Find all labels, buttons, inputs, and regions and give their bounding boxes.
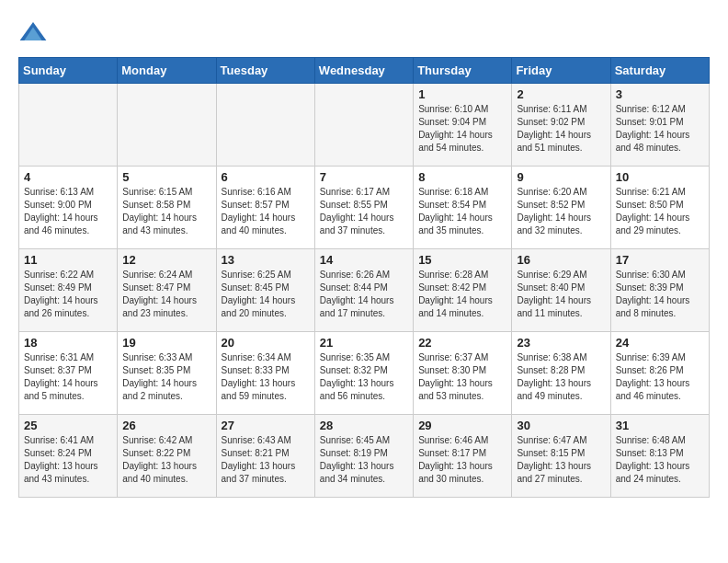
day-number: 20 <box>222 336 310 350</box>
calendar-table: SundayMondayTuesdayWednesdayThursdayFrid… <box>18 57 710 498</box>
day-number: 23 <box>517 336 605 350</box>
day-number: 15 <box>418 253 506 267</box>
day-number: 6 <box>222 170 310 184</box>
header-wednesday: Wednesday <box>314 58 413 84</box>
calendar-cell <box>216 84 314 167</box>
day-number: 31 <box>616 419 704 432</box>
day-info: Sunrise: 6:35 AM Sunset: 8:32 PM Dayligh… <box>320 351 408 403</box>
header-sunday: Sunday <box>19 58 118 84</box>
calendar-cell <box>19 84 118 167</box>
calendar-cell: 10Sunrise: 6:21 AM Sunset: 8:50 PM Dayli… <box>610 167 709 249</box>
day-number: 27 <box>222 419 310 432</box>
calendar-week-row: 25Sunrise: 6:41 AM Sunset: 8:24 PM Dayli… <box>19 415 710 498</box>
day-info: Sunrise: 6:26 AM Sunset: 8:44 PM Dayligh… <box>320 269 408 320</box>
day-number: 30 <box>517 419 605 432</box>
day-info: Sunrise: 6:34 AM Sunset: 8:33 PM Dayligh… <box>222 351 310 403</box>
calendar-cell: 30Sunrise: 6:47 AM Sunset: 8:15 PM Dayli… <box>512 415 610 498</box>
calendar-cell: 29Sunrise: 6:46 AM Sunset: 8:17 PM Dayli… <box>414 415 512 498</box>
day-info: Sunrise: 6:24 AM Sunset: 8:47 PM Dayligh… <box>122 269 210 320</box>
day-number: 21 <box>320 336 408 350</box>
calendar-cell: 14Sunrise: 6:26 AM Sunset: 8:44 PM Dayli… <box>314 249 413 332</box>
calendar-cell: 15Sunrise: 6:28 AM Sunset: 8:42 PM Dayli… <box>414 249 512 332</box>
calendar-cell <box>314 84 413 167</box>
calendar-cell: 28Sunrise: 6:45 AM Sunset: 8:19 PM Dayli… <box>314 415 413 498</box>
calendar-cell <box>118 84 216 167</box>
day-number: 2 <box>517 87 605 101</box>
day-info: Sunrise: 6:42 AM Sunset: 8:22 PM Dayligh… <box>122 434 210 486</box>
day-info: Sunrise: 6:29 AM Sunset: 8:40 PM Dayligh… <box>517 269 605 320</box>
day-number: 12 <box>122 253 210 267</box>
header-monday: Monday <box>118 58 216 84</box>
calendar-cell: 22Sunrise: 6:37 AM Sunset: 8:30 PM Dayli… <box>414 332 512 415</box>
day-info: Sunrise: 6:37 AM Sunset: 8:30 PM Dayligh… <box>418 351 506 403</box>
calendar-cell: 20Sunrise: 6:34 AM Sunset: 8:33 PM Dayli… <box>216 332 314 415</box>
calendar-cell: 7Sunrise: 6:17 AM Sunset: 8:55 PM Daylig… <box>314 167 413 249</box>
day-info: Sunrise: 6:25 AM Sunset: 8:45 PM Dayligh… <box>222 269 310 320</box>
calendar-cell: 3Sunrise: 6:12 AM Sunset: 9:01 PM Daylig… <box>610 84 709 167</box>
calendar-cell: 17Sunrise: 6:30 AM Sunset: 8:39 PM Dayli… <box>610 249 709 332</box>
calendar-cell: 19Sunrise: 6:33 AM Sunset: 8:35 PM Dayli… <box>118 332 216 415</box>
day-info: Sunrise: 6:18 AM Sunset: 8:54 PM Dayligh… <box>418 186 506 237</box>
day-number: 24 <box>616 336 704 350</box>
calendar-cell: 25Sunrise: 6:41 AM Sunset: 8:24 PM Dayli… <box>19 415 118 498</box>
day-number: 8 <box>418 170 506 184</box>
day-number: 1 <box>418 87 506 101</box>
day-number: 9 <box>517 170 605 184</box>
calendar-cell: 27Sunrise: 6:43 AM Sunset: 8:21 PM Dayli… <box>216 415 314 498</box>
calendar-cell: 5Sunrise: 6:15 AM Sunset: 8:58 PM Daylig… <box>118 167 216 249</box>
day-info: Sunrise: 6:48 AM Sunset: 8:13 PM Dayligh… <box>616 434 704 486</box>
calendar-cell: 2Sunrise: 6:11 AM Sunset: 9:02 PM Daylig… <box>512 84 610 167</box>
day-info: Sunrise: 6:12 AM Sunset: 9:01 PM Dayligh… <box>616 103 704 155</box>
day-info: Sunrise: 6:39 AM Sunset: 8:26 PM Dayligh… <box>616 351 704 403</box>
calendar-header-row: SundayMondayTuesdayWednesdayThursdayFrid… <box>19 58 710 84</box>
calendar-cell: 11Sunrise: 6:22 AM Sunset: 8:49 PM Dayli… <box>19 249 118 332</box>
day-number: 16 <box>517 253 605 267</box>
day-number: 13 <box>222 253 310 267</box>
calendar-cell: 12Sunrise: 6:24 AM Sunset: 8:47 PM Dayli… <box>118 249 216 332</box>
calendar-week-row: 4Sunrise: 6:13 AM Sunset: 9:00 PM Daylig… <box>19 167 710 249</box>
day-info: Sunrise: 6:16 AM Sunset: 8:57 PM Dayligh… <box>222 186 310 237</box>
calendar-cell: 26Sunrise: 6:42 AM Sunset: 8:22 PM Dayli… <box>118 415 216 498</box>
calendar-cell: 8Sunrise: 6:18 AM Sunset: 8:54 PM Daylig… <box>414 167 512 249</box>
calendar-cell: 23Sunrise: 6:38 AM Sunset: 8:28 PM Dayli… <box>512 332 610 415</box>
calendar-week-row: 18Sunrise: 6:31 AM Sunset: 8:37 PM Dayli… <box>19 332 710 415</box>
day-number: 26 <box>122 419 210 432</box>
calendar-cell: 18Sunrise: 6:31 AM Sunset: 8:37 PM Dayli… <box>19 332 118 415</box>
day-info: Sunrise: 6:46 AM Sunset: 8:17 PM Dayligh… <box>418 434 506 486</box>
day-info: Sunrise: 6:20 AM Sunset: 8:52 PM Dayligh… <box>517 186 605 237</box>
day-number: 7 <box>320 170 408 184</box>
header-tuesday: Tuesday <box>216 58 314 84</box>
header-saturday: Saturday <box>610 58 709 84</box>
day-info: Sunrise: 6:22 AM Sunset: 8:49 PM Dayligh… <box>24 269 112 320</box>
day-number: 17 <box>616 253 704 267</box>
calendar-cell: 9Sunrise: 6:20 AM Sunset: 8:52 PM Daylig… <box>512 167 610 249</box>
calendar-cell: 6Sunrise: 6:16 AM Sunset: 8:57 PM Daylig… <box>216 167 314 249</box>
day-number: 4 <box>24 170 112 184</box>
calendar-cell: 24Sunrise: 6:39 AM Sunset: 8:26 PM Dayli… <box>610 332 709 415</box>
day-number: 28 <box>320 419 408 432</box>
day-info: Sunrise: 6:33 AM Sunset: 8:35 PM Dayligh… <box>122 351 210 403</box>
day-number: 10 <box>616 170 704 184</box>
day-number: 3 <box>616 87 704 101</box>
day-info: Sunrise: 6:28 AM Sunset: 8:42 PM Dayligh… <box>418 269 506 320</box>
day-info: Sunrise: 6:30 AM Sunset: 8:39 PM Dayligh… <box>616 269 704 320</box>
day-number: 22 <box>418 336 506 350</box>
calendar-week-row: 11Sunrise: 6:22 AM Sunset: 8:49 PM Dayli… <box>19 249 710 332</box>
day-info: Sunrise: 6:43 AM Sunset: 8:21 PM Dayligh… <box>222 434 310 486</box>
day-number: 5 <box>122 170 210 184</box>
day-number: 14 <box>320 253 408 267</box>
logo-icon <box>18 18 48 48</box>
calendar-cell: 4Sunrise: 6:13 AM Sunset: 9:00 PM Daylig… <box>19 167 118 249</box>
day-info: Sunrise: 6:38 AM Sunset: 8:28 PM Dayligh… <box>517 351 605 403</box>
day-number: 18 <box>24 336 112 350</box>
calendar-cell: 21Sunrise: 6:35 AM Sunset: 8:32 PM Dayli… <box>314 332 413 415</box>
header-friday: Friday <box>512 58 610 84</box>
day-info: Sunrise: 6:15 AM Sunset: 8:58 PM Dayligh… <box>122 186 210 237</box>
day-info: Sunrise: 6:45 AM Sunset: 8:19 PM Dayligh… <box>320 434 408 486</box>
calendar-cell: 31Sunrise: 6:48 AM Sunset: 8:13 PM Dayli… <box>610 415 709 498</box>
header-thursday: Thursday <box>414 58 512 84</box>
day-info: Sunrise: 6:41 AM Sunset: 8:24 PM Dayligh… <box>24 434 112 486</box>
day-info: Sunrise: 6:21 AM Sunset: 8:50 PM Dayligh… <box>616 186 704 237</box>
day-number: 29 <box>418 419 506 432</box>
calendar-week-row: 1Sunrise: 6:10 AM Sunset: 9:04 PM Daylig… <box>19 84 710 167</box>
